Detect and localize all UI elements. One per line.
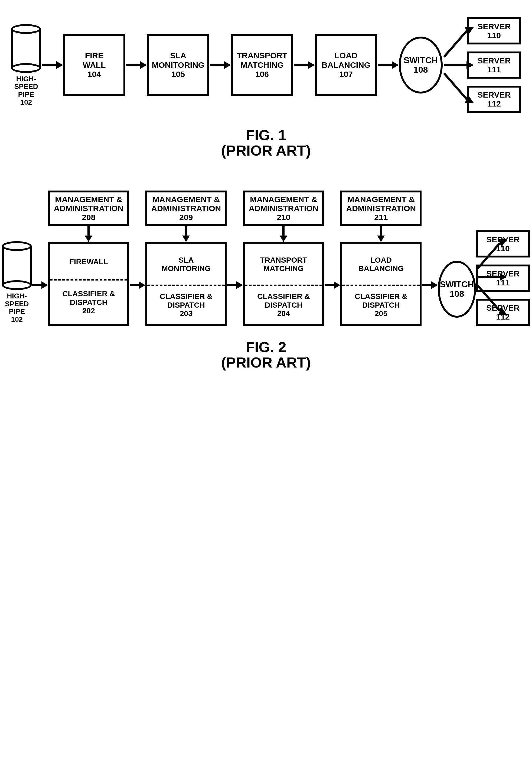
svg-marker-21: [139, 281, 145, 289]
cd-id: 202: [82, 307, 95, 315]
server-id: 110: [487, 31, 501, 40]
arrow-right-icon: [377, 60, 399, 71]
box-line1: TRANSPORT: [237, 51, 288, 60]
mgmt-id: 208: [82, 213, 95, 222]
arrow-down-icon: [181, 226, 191, 242]
box-line2: MATCHING: [240, 60, 284, 70]
figure-2: HIGH-SPEED PIPE 102 MANAGEMENT & ADMINIS…: [11, 191, 521, 370]
arrow-right-icon: [293, 60, 315, 71]
mgmt-id: 209: [179, 213, 193, 222]
cd-line2: DISPATCH: [362, 301, 400, 309]
arrow-right-icon: [126, 60, 147, 71]
cd-line1: CLASSIFIER &: [355, 292, 407, 301]
mgmt-line1: MANAGEMENT &: [55, 195, 122, 204]
cylinder-icon: [2, 241, 32, 290]
classifier-dispatch: CLASSIFIER & DISPATCH 204: [245, 286, 322, 324]
box-id: 104: [87, 70, 101, 79]
fanout-arrows-icon: [443, 16, 467, 114]
box-id: 107: [339, 70, 353, 79]
cd-line1: CLASSIFIER &: [160, 292, 212, 301]
mgmt-line2: ADMINISTRATION: [151, 204, 221, 213]
box-line2: BALANCING: [322, 60, 370, 70]
server-label: SERVER: [478, 90, 511, 99]
high-speed-pipe: HIGH-SPEED PIPE 102: [2, 241, 32, 323]
mgmt-line1: MANAGEMENT &: [347, 195, 414, 204]
stack-top: LOAD BALANCING: [342, 244, 420, 285]
firewall-stack: FIREWALL CLASSIFIER & DISPATCH 202: [48, 242, 129, 326]
arrow-right-icon: [227, 280, 243, 290]
server-label: SERVER: [478, 56, 511, 65]
figure-caption: FIG. 2 (PRIOR ART): [11, 339, 521, 370]
mgmt-line1: MANAGEMENT &: [153, 195, 220, 204]
stack-top-line1: SLA: [179, 256, 194, 264]
arrow-down-icon: [278, 226, 289, 242]
mgmt-admin-box: MANAGEMENT & ADMINISTRATION 208: [48, 191, 129, 226]
arrow-right-icon: [422, 280, 438, 290]
svg-marker-5: [224, 61, 231, 69]
arrow-right-icon: [129, 280, 145, 290]
servers-column: SERVER 110 SERVER 111 SERVER 112: [467, 17, 521, 113]
server-box: SERVER 111: [467, 51, 521, 78]
load-balancing-box: LOAD BALANCING 107: [315, 34, 377, 96]
svg-marker-33: [431, 281, 438, 289]
load-balancing-stack: LOAD BALANCING CLASSIFIER & DISPATCH 205: [340, 242, 422, 326]
cd-line2: DISPATCH: [265, 301, 302, 309]
switch-node: SWITCH 108: [399, 37, 443, 94]
fig1-flow-row: HIGH-SPEED PIPE 102 FIRE WALL 104 SLA: [11, 16, 521, 114]
firewall-box: FIRE WALL 104: [63, 34, 126, 96]
switch-id: 108: [450, 289, 464, 299]
arrow-right-icon: [209, 60, 231, 71]
cd-line1: CLASSIFIER &: [62, 289, 115, 298]
server-id: 111: [487, 65, 501, 74]
box-line1: FIRE: [85, 51, 103, 60]
box-line2: WALL: [83, 60, 106, 70]
pipe-id: 102: [20, 98, 32, 106]
cd-line2: DISPATCH: [167, 301, 205, 309]
caption-line2: (PRIOR ART): [221, 354, 311, 371]
server-id: 112: [487, 99, 501, 108]
box-line2: MONITORING: [152, 60, 205, 70]
stack-top-line2: BALANCING: [358, 264, 404, 273]
classifier-dispatch: CLASSIFIER & DISPATCH 205: [342, 286, 420, 324]
svg-marker-23: [182, 235, 190, 242]
mgmt-admin-box: MANAGEMENT & ADMINISTRATION 210: [243, 191, 324, 226]
pipe-label: HIGH-SPEED PIPE 102: [11, 75, 42, 106]
pipe-label-line1: HIGH-SPEED: [14, 75, 38, 91]
stack-top-line1: LOAD: [370, 256, 392, 264]
box-line1: SLA: [170, 51, 186, 60]
svg-line-34: [477, 243, 500, 269]
switch-label: SWITCH: [440, 280, 474, 289]
mgmt-line2: ADMINISTRATION: [346, 204, 416, 213]
high-speed-pipe: HIGH-SPEED PIPE 102: [11, 24, 42, 106]
stack-top-line2: MATCHING: [264, 264, 304, 273]
svg-marker-17: [42, 281, 48, 289]
svg-line-38: [477, 285, 500, 311]
svg-marker-19: [85, 235, 92, 242]
box-line1: LOAD: [334, 51, 357, 60]
transport-matching-box: TRANSPORT MATCHING 106: [231, 34, 293, 96]
caption-line2: (PRIOR ART): [221, 142, 311, 159]
pipe-label-line2: PIPE: [9, 307, 25, 316]
box-id: 105: [171, 70, 185, 79]
mgmt-id: 211: [374, 213, 388, 222]
stack-top: TRANSPORT MATCHING: [245, 244, 322, 285]
arrow-down-icon: [376, 226, 386, 242]
classifier-dispatch: CLASSIFIER & DISPATCH 203: [147, 286, 225, 324]
server-box: SERVER 110: [467, 17, 521, 45]
svg-line-10: [444, 31, 466, 57]
svg-marker-13: [466, 61, 474, 69]
box-id: 106: [255, 70, 269, 79]
figure-caption: FIG. 1 (PRIOR ART): [11, 127, 521, 158]
stack-top-line2: MONITORING: [162, 264, 210, 273]
pipe-label-line2: PIPE: [18, 90, 34, 98]
arrow-right-icon: [32, 280, 48, 290]
mgmt-admin-box: MANAGEMENT & ADMINISTRATION 209: [145, 191, 227, 226]
server-label: SERVER: [478, 22, 511, 31]
unit-load-balancing: MANAGEMENT & ADMINISTRATION 211 LOAD BAL…: [340, 191, 422, 326]
mgmt-id: 210: [277, 213, 290, 222]
mgmt-line2: ADMINISTRATION: [249, 204, 319, 213]
sla-stack: SLA MONITORING CLASSIFIER & DISPATCH 203: [145, 242, 227, 326]
unit-transport: MANAGEMENT & ADMINISTRATION 210 TRANSPOR…: [243, 191, 324, 326]
arrow-right-icon: [42, 60, 63, 71]
svg-marker-31: [377, 235, 385, 242]
